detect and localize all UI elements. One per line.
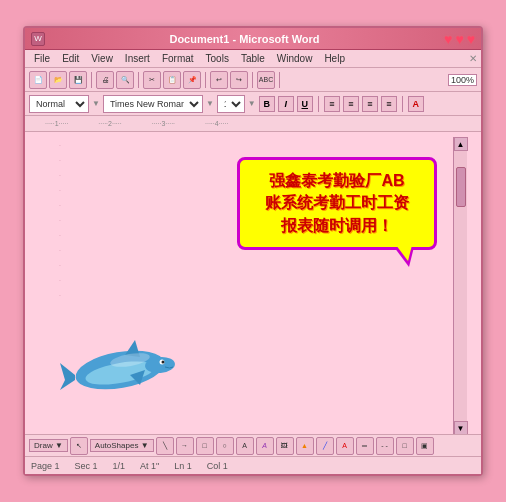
scroll-up-btn[interactable]: ▲ (454, 137, 468, 151)
line-style-btn[interactable]: ═ (356, 437, 374, 455)
shadow-btn[interactable]: □ (396, 437, 414, 455)
menu-window[interactable]: Window (272, 52, 318, 65)
format-bar: Normal ▼ Times New Roman ▼ 12 ▼ B I U ≡ … (25, 92, 481, 116)
menu-table[interactable]: Table (236, 52, 270, 65)
heart-2: ♥ (455, 31, 463, 47)
menu-edit[interactable]: Edit (57, 52, 84, 65)
print-btn[interactable]: 🖨 (96, 71, 114, 89)
clip-tool[interactable]: 🖼 (276, 437, 294, 455)
menu-insert[interactable]: Insert (120, 52, 155, 65)
save-btn[interactable]: 💾 (69, 71, 87, 89)
line-color-btn[interactable]: ╱ (316, 437, 334, 455)
dolphin-image (55, 325, 185, 405)
toolbar-sep-4 (252, 72, 253, 88)
autoshapes-btn[interactable]: AutoShapes ▼ (90, 439, 154, 452)
zoom-control: 100% (448, 75, 477, 85)
app-icon: W (31, 32, 45, 46)
vertical-scrollbar[interactable]: ▲ ▼ (453, 137, 467, 434)
line-tool[interactable]: ╲ (156, 437, 174, 455)
align-left-btn[interactable]: ≡ (324, 96, 340, 112)
menu-file[interactable]: File (29, 52, 55, 65)
undo-btn[interactable]: ↩ (210, 71, 228, 89)
format-sep-3: ▼ (248, 99, 256, 108)
word-window: W Document1 - Microsoft Word ♥ ♥ ♥ File … (23, 26, 483, 476)
style-dropdown[interactable]: Normal (29, 95, 89, 113)
menu-format[interactable]: Format (157, 52, 199, 65)
3d-btn[interactable]: ▣ (416, 437, 434, 455)
status-ln: Ln 1 (174, 461, 192, 471)
title-bar: W Document1 - Microsoft Word ♥ ♥ ♥ (25, 28, 481, 50)
menu-bar: File Edit View Insert Format Tools Table… (25, 50, 481, 68)
font-color-btn[interactable]: A (336, 437, 354, 455)
toolbar-sep-1 (91, 72, 92, 88)
toolbar-sep-5 (279, 72, 280, 88)
ruler: ·····1····· ·····2····· ·····3····· ····… (25, 116, 481, 132)
bubble-text-3: 报表随时调用！ (254, 215, 420, 237)
highlight-btn[interactable]: A (408, 96, 424, 112)
scroll-down-btn[interactable]: ▼ (454, 421, 468, 434)
bubble-text-1: 强鑫泰考勤验厂AB (254, 170, 420, 192)
svg-point-7 (162, 361, 165, 364)
align-justify-btn[interactable]: ≡ (381, 96, 397, 112)
size-dropdown[interactable]: 12 (217, 95, 245, 113)
status-bar: Page 1 Sec 1 1/1 At 1" Ln 1 Col 1 (25, 456, 481, 474)
scroll-thumb[interactable] (456, 167, 466, 207)
svg-marker-2 (60, 363, 75, 390)
speech-bubble: 强鑫泰考勤验厂AB 账系统考勤工时工资 报表随时调用！ (237, 157, 437, 250)
preview-btn[interactable]: 🔍 (116, 71, 134, 89)
status-col: Col 1 (207, 461, 228, 471)
dolphin-svg (55, 325, 185, 405)
draw-menu-btn[interactable]: Draw ▼ (29, 439, 68, 452)
toolbar-sep-2 (138, 72, 139, 88)
copy-btn[interactable]: 📋 (163, 71, 181, 89)
redo-btn[interactable]: ↪ (230, 71, 248, 89)
align-right-btn[interactable]: ≡ (362, 96, 378, 112)
dash-style-btn[interactable]: - - (376, 437, 394, 455)
heart-3: ♥ (467, 31, 475, 47)
text-tool[interactable]: A (236, 437, 254, 455)
ruler-mark-4: ·····4····· (205, 120, 228, 127)
cursor-btn[interactable]: ↖ (70, 437, 88, 455)
wordart-tool[interactable]: A (256, 437, 274, 455)
draw-tools: Draw ▼ ↖ AutoShapes ▼ ╲ → □ ○ A A 🖼 ▲ ╱ … (29, 437, 477, 455)
format-sep-1: ▼ (92, 99, 100, 108)
underline-btn[interactable]: U (297, 96, 313, 112)
italic-btn[interactable]: I (278, 96, 294, 112)
cut-btn[interactable]: ✂ (143, 71, 161, 89)
format-sep-2: ▼ (206, 99, 214, 108)
ruler-mark-2: ·····2····· (98, 120, 121, 127)
main-toolbar: 📄 📂 💾 🖨 🔍 ✂ 📋 📌 ↩ ↪ ABC 100% (25, 68, 481, 92)
open-btn[interactable]: 📂 (49, 71, 67, 89)
align-center-btn[interactable]: ≡ (343, 96, 359, 112)
window-title: Document1 - Microsoft Word (45, 33, 444, 45)
page-content: · · · · · · · · · · · 强鑫泰考勤验厂AB 账系统考勤工时工… (45, 137, 467, 434)
toolbar-sep-3 (205, 72, 206, 88)
arrow-tool[interactable]: → (176, 437, 194, 455)
rect-tool[interactable]: □ (196, 437, 214, 455)
status-page: Page 1 (31, 461, 60, 471)
format-sep-4 (318, 96, 319, 112)
font-dropdown[interactable]: Times New Roman (103, 95, 203, 113)
paste-btn[interactable]: 📌 (183, 71, 201, 89)
bold-btn[interactable]: B (259, 96, 275, 112)
close-x[interactable]: ✕ (469, 53, 477, 64)
document-area[interactable]: ·····1····· ·····2····· ·····3····· ····… (25, 116, 481, 434)
menu-tools[interactable]: Tools (201, 52, 234, 65)
draw-toolbar: Draw ▼ ↖ AutoShapes ▼ ╲ → □ ○ A A 🖼 ▲ ╱ … (25, 434, 481, 456)
status-at: At 1" (140, 461, 159, 471)
format-sep-5 (402, 96, 403, 112)
menu-help[interactable]: Help (319, 52, 350, 65)
bubble-text-2: 账系统考勤工时工资 (254, 192, 420, 214)
oval-tool[interactable]: ○ (216, 437, 234, 455)
menu-view[interactable]: View (86, 52, 118, 65)
ruler-mark-3: ·····3····· (152, 120, 175, 127)
spell-btn[interactable]: ABC (257, 71, 275, 89)
fill-color-btn[interactable]: ▲ (296, 437, 314, 455)
ruler-mark-1: ·····1····· (45, 120, 68, 127)
status-sec: Sec 1 (75, 461, 98, 471)
zoom-value[interactable]: 100% (448, 74, 477, 86)
status-pages: 1/1 (113, 461, 126, 471)
new-btn[interactable]: 📄 (29, 71, 47, 89)
heart-1: ♥ (444, 31, 452, 47)
window-controls: ♥ ♥ ♥ (444, 31, 475, 47)
